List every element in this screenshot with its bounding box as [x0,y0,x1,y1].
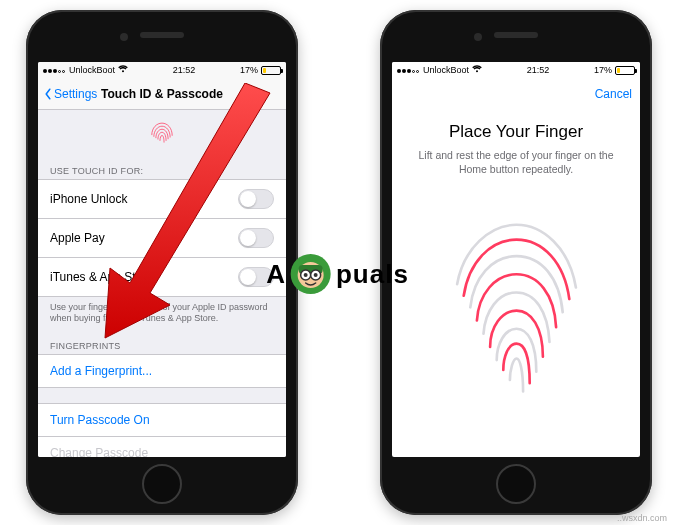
signal-dots-icon [397,65,420,75]
home-button[interactable] [496,464,536,504]
back-button[interactable]: Settings [38,87,97,101]
row-label: Change Passcode [50,446,148,458]
svg-point-2 [298,262,324,288]
row-turn-passcode-on[interactable]: Turn Passcode On [38,403,286,437]
chevron-left-icon [42,88,54,100]
row-label: Add a Fingerprint... [50,364,152,378]
back-label: Settings [54,87,97,101]
battery-pct-label: 17% [594,65,612,75]
home-button[interactable] [142,464,182,504]
battery-icon [261,66,281,75]
row-itunes[interactable]: iTunes & App Store [38,257,286,297]
enroll-heading: Place Your Finger [414,122,618,142]
toggle-apple-pay[interactable] [238,228,274,248]
row-label: iPhone Unlock [50,192,127,206]
fingerprint-hero-small [38,110,286,158]
enroll-panel: Place Your Finger Lift and rest the edge… [392,110,640,176]
iphone-device-left: UnlockBoot 21:52 17% Settings Touch ID &… [26,10,298,515]
battery-pct-label: 17% [240,65,258,75]
toggle-iphone-unlock[interactable] [238,189,274,209]
status-bar: UnlockBoot 21:52 17% [38,62,286,78]
section-header-fp: FINGERPRINTS [38,333,286,355]
footer-note: Use your fingerprint instead of your App… [38,297,286,333]
clock-label: 21:52 [527,65,550,75]
wifi-icon [118,65,128,75]
navbar-left: Settings Touch ID & Passcode [38,78,286,110]
screen-left: UnlockBoot 21:52 17% Settings Touch ID &… [38,62,286,457]
row-label: Apple Pay [50,231,105,245]
iphone-device-right: UnlockBoot 21:52 17% Cancel Place Your F… [380,10,652,515]
row-iphone-unlock[interactable]: iPhone Unlock [38,179,286,219]
row-change-passcode: Change Passcode [38,436,286,458]
svg-point-6 [304,273,308,277]
row-label: iTunes & App Store [50,270,153,284]
row-apple-pay[interactable]: Apple Pay [38,218,286,258]
svg-point-4 [301,270,311,280]
fingerprint-icon [434,204,599,404]
row-label: Turn Passcode On [50,413,150,427]
signal-dots-icon [43,65,66,75]
battery-icon [615,66,635,75]
screen-right: UnlockBoot 21:52 17% Cancel Place Your F… [392,62,640,457]
fingerprint-icon [145,116,179,150]
svg-point-7 [314,273,318,277]
source-watermark: ..wsxdn.com [617,513,667,523]
row-add-fingerprint[interactable]: Add a Fingerprint... [38,354,286,388]
wifi-icon [472,65,482,75]
svg-rect-3 [299,265,323,274]
clock-label: 21:52 [173,65,196,75]
navbar-right: Cancel [392,78,640,110]
enroll-instruction: Lift and rest the edge of your finger on… [414,148,618,176]
carrier-label: UnlockBoot [423,65,469,75]
toggle-itunes[interactable] [238,267,274,287]
svg-point-5 [311,270,321,280]
carrier-label: UnlockBoot [69,65,115,75]
section-header-use: USE TOUCH ID FOR: [38,158,286,180]
status-bar: UnlockBoot 21:52 17% [392,62,640,78]
fingerprint-hero-large [392,204,640,408]
cancel-button[interactable]: Cancel [595,87,640,101]
